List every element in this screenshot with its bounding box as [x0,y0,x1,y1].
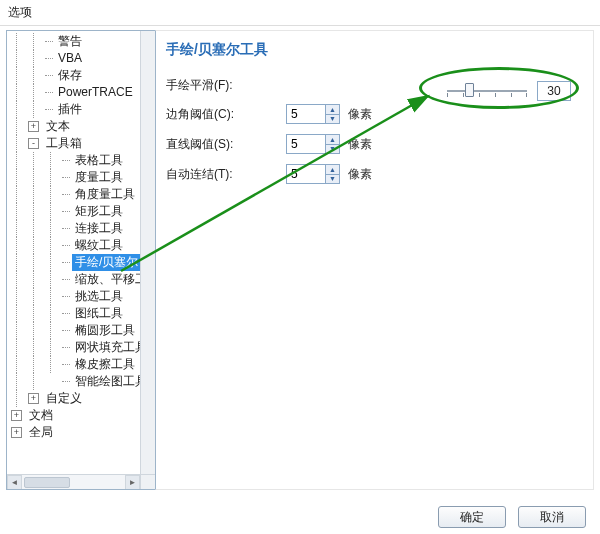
main-area: 警告 VBA 保存 PowerTRACE 插件 + 文本 - 工具箱 [0,25,600,495]
tree-item[interactable]: VBA [11,50,155,67]
tree-item[interactable]: 图纸工具 [11,305,155,322]
tree-item-global[interactable]: + 全局 [11,424,155,441]
scroll-corner [140,474,155,489]
scroll-right-icon[interactable]: ► [125,475,140,490]
spin-up-icon[interactable]: ▲ [325,105,339,115]
settings-panel: 手绘/贝塞尔工具 手绘平滑(F): 边角阈值(C): ▲ ▼ 像素 直线阈值(S… [155,30,594,490]
scroll-left-icon[interactable]: ◄ [7,475,22,490]
collapse-icon[interactable]: - [28,138,39,149]
spin-down-icon[interactable]: ▼ [325,115,339,124]
corner-label: 边角阈值(C): [166,106,286,123]
expand-icon[interactable]: + [28,393,39,404]
tree-item-text[interactable]: + 文本 [11,118,155,135]
tree-item[interactable]: 表格工具 [11,152,155,169]
tree-item-custom[interactable]: + 自定义 [11,390,155,407]
tree-item-toolbox[interactable]: - 工具箱 [11,135,155,152]
cancel-button[interactable]: 取消 [518,506,586,528]
auto-row: 自动连结(T): ▲ ▼ 像素 [166,164,583,184]
line-label: 直线阈值(S): [166,136,286,153]
tree-item[interactable]: PowerTRACE [11,84,155,101]
tree-item[interactable]: 橡皮擦工具 [11,356,155,373]
ok-button[interactable]: 确定 [438,506,506,528]
tree-item[interactable]: 智能绘图工具 [11,373,155,390]
panel-heading: 手绘/贝塞尔工具 [166,41,583,59]
tree-item[interactable]: 矩形工具 [11,203,155,220]
corner-input[interactable] [287,105,325,123]
line-spinner[interactable]: ▲ ▼ [286,134,340,154]
tree-item[interactable]: 挑选工具 [11,288,155,305]
tree-item-doc[interactable]: + 文档 [11,407,155,424]
auto-label: 自动连结(T): [166,166,286,183]
smooth-slider-group: 30 [447,81,571,101]
auto-input[interactable] [287,165,325,183]
window-title: 选项 [0,0,600,25]
tree-item[interactable]: 椭圆形工具 [11,322,155,339]
unit-label: 像素 [348,106,372,123]
tree-item[interactable]: 螺纹工具 [11,237,155,254]
unit-label: 像素 [348,136,372,153]
expand-icon[interactable]: + [28,121,39,132]
expand-icon[interactable]: + [11,427,22,438]
tree-item[interactable]: 警告 [11,33,155,50]
smooth-value[interactable]: 30 [537,81,571,101]
dialog-buttons: 确定 取消 [438,506,586,528]
tree-item[interactable]: 保存 [11,67,155,84]
tree-item[interactable]: 缩放、平移工 [11,271,155,288]
tree-item[interactable]: 网状填充工具 [11,339,155,356]
options-tree[interactable]: 警告 VBA 保存 PowerTRACE 插件 + 文本 - 工具箱 [6,30,156,490]
spin-up-icon[interactable]: ▲ [325,165,339,175]
auto-spinner[interactable]: ▲ ▼ [286,164,340,184]
expand-icon[interactable]: + [11,410,22,421]
tree-h-scrollbar[interactable]: ◄ ► [7,474,140,489]
spin-up-icon[interactable]: ▲ [325,135,339,145]
line-row: 直线阈值(S): ▲ ▼ 像素 [166,134,583,154]
line-input[interactable] [287,135,325,153]
spin-down-icon[interactable]: ▼ [325,145,339,154]
tree-item[interactable]: 度量工具 [11,169,155,186]
tree-item[interactable]: 连接工具 [11,220,155,237]
unit-label: 像素 [348,166,372,183]
spin-down-icon[interactable]: ▼ [325,175,339,184]
corner-row: 边角阈值(C): ▲ ▼ 像素 [166,104,583,124]
tree-item[interactable]: 插件 [11,101,155,118]
tree-item[interactable]: 角度量工具 [11,186,155,203]
corner-spinner[interactable]: ▲ ▼ [286,104,340,124]
smooth-slider[interactable] [447,81,527,101]
smooth-label: 手绘平滑(F): [166,77,286,94]
tree-item-freehand[interactable]: 手绘/贝塞尔 [11,254,155,271]
slider-thumb-icon[interactable] [465,83,474,97]
tree-v-scrollbar[interactable] [140,31,155,474]
